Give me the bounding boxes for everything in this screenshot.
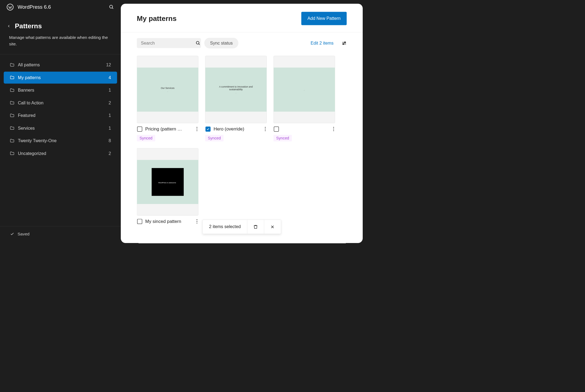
category-label: Uncategorized bbox=[18, 151, 105, 156]
nav-title: Patterns bbox=[15, 22, 42, 30]
more-actions-icon[interactable] bbox=[196, 219, 198, 224]
card-checkbox[interactable] bbox=[137, 126, 142, 132]
pattern-card: …Synced bbox=[273, 56, 335, 141]
check-icon bbox=[10, 232, 14, 236]
category-count: 2 bbox=[109, 151, 111, 156]
svg-point-6 bbox=[344, 42, 346, 43]
nav-description: Manage what patterns are available when … bbox=[0, 33, 121, 54]
toast-label: 2 items selected bbox=[203, 220, 247, 234]
pattern-thumbnail[interactable]: Our Services… bbox=[137, 56, 198, 123]
category-count: 1 bbox=[109, 113, 111, 118]
sidebar-item-all-patterns[interactable]: All patterns12 bbox=[4, 59, 117, 71]
category-label: Banners bbox=[18, 88, 105, 93]
card-checkbox[interactable] bbox=[205, 126, 211, 132]
sync-badge: Synced bbox=[137, 135, 155, 141]
pattern-thumbnail[interactable]: WordPress is awesome bbox=[137, 148, 198, 216]
svg-point-2 bbox=[196, 41, 199, 44]
pattern-title: Hero (override) bbox=[214, 126, 261, 132]
sidebar-top: WordPress 6.6 bbox=[0, 4, 121, 17]
sidebar: WordPress 6.6 Patterns Manage what patte… bbox=[0, 0, 121, 243]
sidebar-item-uncategorized[interactable]: Uncategorized2 bbox=[4, 147, 117, 159]
thumb-preview: WordPress is awesome bbox=[152, 168, 184, 196]
category-label: Services bbox=[18, 126, 105, 131]
selection-toast: 2 items selected bbox=[202, 220, 281, 234]
category-count: 2 bbox=[109, 100, 111, 105]
search-input[interactable] bbox=[141, 41, 196, 46]
app-title: WordPress 6.6 bbox=[17, 4, 51, 10]
category-label: Twenty Twenty-One bbox=[18, 138, 105, 143]
category-count: 8 bbox=[109, 138, 111, 143]
nav-header: Patterns bbox=[0, 17, 121, 32]
sidebar-item-twenty-twenty-one[interactable]: Twenty Twenty-One8 bbox=[4, 135, 117, 147]
sync-badge: Synced bbox=[273, 135, 292, 141]
sidebar-item-services[interactable]: Services1 bbox=[4, 122, 117, 134]
main-header: My patterns Add New Pattern bbox=[121, 4, 363, 32]
category-list: All patterns12My patterns4Banners1Call t… bbox=[0, 59, 121, 226]
add-new-pattern-button[interactable]: Add New Pattern bbox=[301, 12, 347, 25]
card-checkbox[interactable] bbox=[274, 126, 279, 132]
category-count: 4 bbox=[109, 75, 111, 80]
wordpress-logo-icon[interactable] bbox=[7, 4, 14, 11]
page-title: My patterns bbox=[137, 14, 177, 23]
category-count: 1 bbox=[109, 126, 111, 131]
sync-status-filter[interactable]: Sync status bbox=[204, 38, 238, 48]
pattern-card: WordPress is awesomeMy sinced pattern bbox=[137, 148, 198, 225]
category-label: All patterns bbox=[18, 62, 103, 67]
svg-line-3 bbox=[199, 44, 200, 45]
svg-line-1 bbox=[112, 8, 113, 9]
saved-status: Saved bbox=[0, 226, 121, 243]
category-label: Featured bbox=[18, 113, 105, 118]
pattern-thumbnail[interactable]: … bbox=[273, 56, 335, 123]
delete-selected-button[interactable] bbox=[247, 220, 264, 234]
toolbar: Sync status Edit 2 items bbox=[121, 32, 363, 52]
thumb-preview: A commitment to innovation and sustainab… bbox=[205, 68, 267, 111]
global-search-icon[interactable] bbox=[109, 5, 114, 10]
sidebar-item-my-patterns[interactable]: My patterns4 bbox=[4, 71, 117, 83]
sync-badge: Synced bbox=[205, 135, 223, 141]
search-box[interactable] bbox=[137, 38, 201, 48]
edit-items-link[interactable]: Edit 2 items bbox=[311, 41, 334, 46]
back-icon[interactable] bbox=[7, 24, 10, 28]
close-toast-button[interactable] bbox=[264, 220, 281, 234]
pattern-grid: Our Services…Pricing (pattern …SyncedA c… bbox=[121, 52, 363, 235]
category-label: Call to Action bbox=[18, 100, 105, 105]
sidebar-item-call-to-action[interactable]: Call to Action2 bbox=[4, 97, 117, 109]
pattern-title: Pricing (pattern … bbox=[145, 126, 193, 132]
pattern-title: My sinced pattern bbox=[145, 219, 193, 224]
sidebar-item-banners[interactable]: Banners1 bbox=[4, 84, 117, 96]
more-actions-icon[interactable] bbox=[264, 126, 266, 132]
pattern-card: Our Services…Pricing (pattern …Synced bbox=[137, 56, 198, 141]
category-label: My patterns bbox=[18, 75, 105, 80]
search-icon[interactable] bbox=[196, 41, 200, 45]
category-count: 1 bbox=[109, 88, 111, 93]
pattern-thumbnail[interactable]: A commitment to innovation and sustainab… bbox=[205, 56, 267, 123]
svg-point-7 bbox=[343, 43, 344, 45]
saved-label: Saved bbox=[17, 231, 29, 236]
svg-point-0 bbox=[110, 5, 113, 8]
thumb-preview: Our Services… bbox=[137, 68, 198, 111]
main-panel: My patterns Add New Pattern Sync status … bbox=[121, 4, 363, 243]
pattern-card: A commitment to innovation and sustainab… bbox=[205, 56, 267, 141]
card-checkbox[interactable] bbox=[137, 219, 142, 224]
more-actions-icon[interactable] bbox=[332, 126, 335, 132]
more-actions-icon[interactable] bbox=[196, 126, 198, 132]
thumb-preview: … bbox=[274, 68, 335, 111]
sidebar-item-featured[interactable]: Featured1 bbox=[4, 110, 117, 122]
category-count: 12 bbox=[106, 62, 111, 67]
settings-icon[interactable] bbox=[342, 41, 347, 46]
